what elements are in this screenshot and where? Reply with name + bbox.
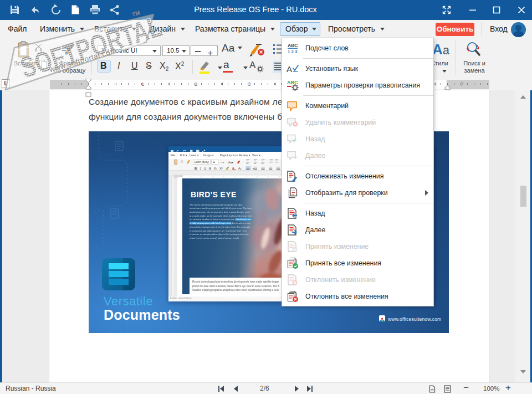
- svg-text:ABC: ABC: [287, 80, 298, 85]
- svg-text:S: S: [209, 167, 211, 170]
- svg-text:11: 11: [213, 161, 216, 163]
- svg-text:Calibri (Body): Calibri (Body): [194, 161, 209, 163]
- svg-text:− +: − +: [220, 161, 224, 164]
- svg-text:Aa▾: Aa▾: [228, 161, 234, 164]
- svg-text:X²: X²: [219, 167, 223, 170]
- svg-text:ABC: ABC: [288, 43, 298, 48]
- svg-text:▾: ▾: [253, 167, 254, 170]
- svg-text:I: I: [200, 167, 202, 170]
- svg-text:123: 123: [288, 49, 298, 54]
- svg-text:a: a: [232, 166, 234, 170]
- svg-text:U: U: [204, 167, 206, 170]
- svg-text:X₂: X₂: [214, 167, 217, 170]
- svg-text:A: A: [287, 64, 292, 74]
- svg-text:Aₓ: Aₓ: [238, 167, 242, 170]
- svg-text:B: B: [195, 167, 197, 170]
